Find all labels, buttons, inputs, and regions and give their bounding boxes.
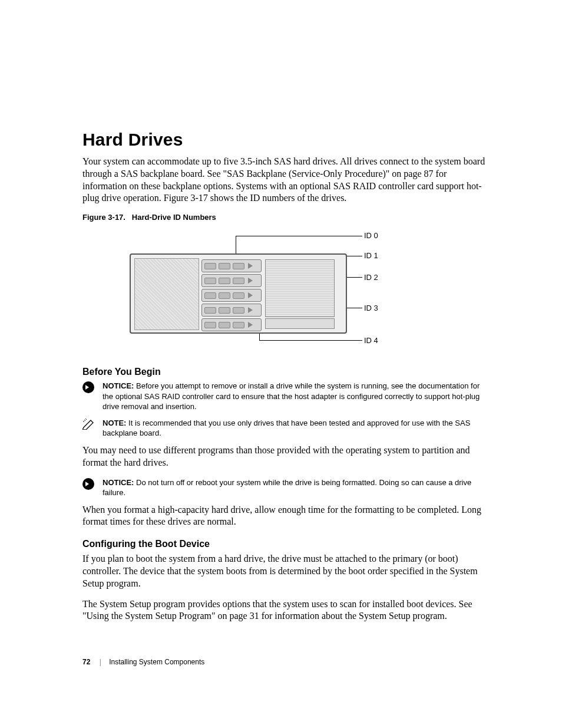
note-icon [82,418,94,430]
body-paragraph: You may need to use different programs t… [82,444,491,469]
note-body: It is recommended that you use only driv… [103,419,470,438]
drive-bay [201,274,262,287]
page-footer: 72 | Installing System Components [82,658,491,666]
drive-bay [201,304,262,317]
notice-icon [82,478,94,490]
note-label: NOTE: [103,419,126,427]
body-paragraph: When you format a high-capacity hard dri… [82,504,491,529]
notice-body: Before you attempt to remove or install … [103,381,480,411]
figure-diagram: ID 0 ID 1 ID 2 ID 3 ID 4 [82,231,491,355]
body-paragraph: The System Setup program provides option… [82,598,491,623]
notice-label: NOTICE: [103,478,134,487]
drive-bay-stack [201,259,262,333]
notice-text: NOTICE: Do not turn off or reboot your s… [103,477,491,498]
footer-section-title: Installing System Components [109,658,204,666]
chassis-vent-panel [134,258,199,330]
notice-body: Do not turn off or reboot your system wh… [103,478,471,498]
notice-icon [82,381,94,393]
drive-id-label: ID 4 [364,336,378,345]
note-text: NOTE: It is recommended that you use onl… [103,418,491,439]
page-title: Hard Drives [82,130,491,150]
drive-id-label: ID 1 [364,251,378,260]
notice-text: NOTICE: Before you attempt to remove or … [103,381,491,412]
chassis-grid-panel [265,259,335,317]
figure-caption: Figure 3-17. Hard-Drive ID Numbers [82,213,491,222]
drive-id-label: ID 0 [364,231,378,240]
notice-label: NOTICE: [103,381,134,390]
drive-bay [201,289,262,302]
server-chassis-illustration [130,253,347,334]
figure-number: Figure 3-17. [82,213,125,222]
figure-title: Hard-Drive ID Numbers [132,213,216,222]
subheading-before-you-begin: Before You Begin [82,367,491,377]
body-paragraph: If you plan to boot the system from a ha… [82,553,491,589]
footer-separator: | [100,658,101,666]
drive-bay [201,259,262,272]
optical-drive [265,318,335,329]
page-number: 72 [82,658,90,666]
drive-id-label: ID 3 [364,304,378,312]
drive-id-label: ID 2 [364,273,378,282]
intro-paragraph: Your system can accommodate up to five 3… [82,156,491,205]
subheading-configuring-boot: Configuring the Boot Device [82,539,491,549]
drive-bay [201,318,262,331]
